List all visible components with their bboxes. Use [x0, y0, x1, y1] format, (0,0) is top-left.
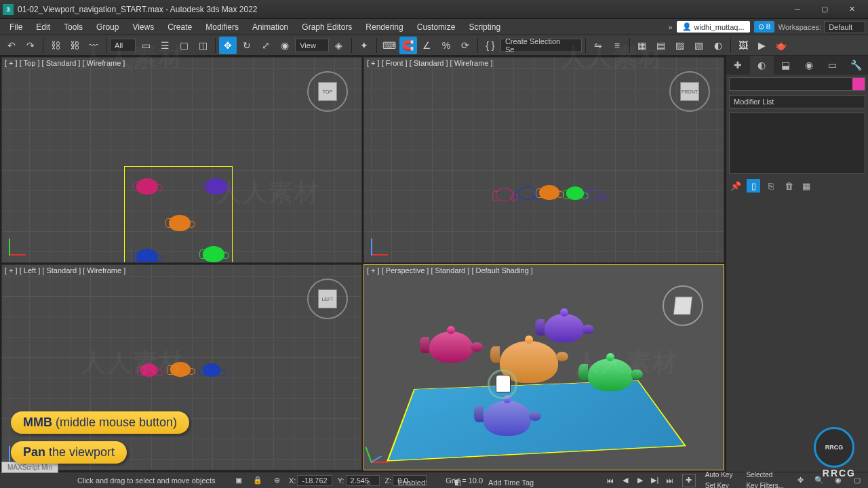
menu-file[interactable]: File — [3, 20, 29, 34]
snap-toggle-button[interactable]: 🧲 — [399, 37, 417, 54]
user-account[interactable]: 👤widhi_muttaq... — [677, 21, 750, 33]
undo-button[interactable]: ↶ — [3, 37, 20, 54]
viewcube-persp[interactable] — [663, 285, 703, 326]
use-pivot-button[interactable]: ◈ — [330, 37, 348, 54]
menu-edit[interactable]: Edit — [29, 20, 57, 34]
close-button[interactable]: ✕ — [838, 0, 865, 19]
layer-explorer-button[interactable]: ▦ — [633, 37, 651, 54]
select-region-rect-button[interactable]: ▢ — [175, 37, 193, 54]
menu-tools[interactable]: Tools — [57, 20, 90, 34]
select-object-button[interactable]: ▭ — [137, 37, 155, 54]
menu-create[interactable]: Create — [161, 20, 199, 34]
viewcube-left[interactable]: LEFT — [307, 279, 348, 319]
link-button[interactable]: ⛓ — [47, 37, 64, 54]
goto-end-button[interactable]: ⏭ — [663, 474, 677, 487]
select-by-name-button[interactable]: ☰ — [156, 37, 174, 54]
remove-modifier-icon[interactable]: 🗑 — [782, 179, 795, 192]
workspace-dropdown[interactable]: Default — [824, 21, 865, 33]
menu-animation[interactable]: Animation — [245, 20, 295, 34]
viewport-front[interactable]: [ + ] [ Front ] [ Standard ] [ Wireframe… — [363, 57, 724, 263]
window-crossing-button[interactable]: ◫ — [194, 37, 212, 54]
teapot-magenta[interactable] — [136, 178, 158, 195]
display-tab[interactable]: ▭ — [821, 56, 844, 75]
teapot-orange[interactable] — [169, 215, 191, 231]
scale-button[interactable]: ⤢ — [257, 37, 275, 54]
script-listener-icon[interactable]: ○ — [366, 479, 371, 487]
isolate-selection-icon[interactable]: ▣ — [232, 474, 245, 487]
teapot-magenta-persp[interactable] — [429, 331, 473, 363]
key-mode-button[interactable]: ✚ — [682, 474, 696, 487]
add-time-tag[interactable]: Add Time Tag — [488, 479, 534, 487]
rotate-button[interactable]: ↻ — [238, 37, 256, 54]
viewcube-front[interactable]: FRONT — [669, 71, 710, 112]
teapot-blue[interactable] — [136, 249, 158, 263]
teapot-blue-persp[interactable] — [484, 401, 531, 436]
next-frame-button[interactable]: ▶| — [648, 474, 662, 487]
placement-button[interactable]: ◉ — [276, 37, 294, 54]
teapot-green-front[interactable] — [566, 186, 584, 200]
create-tab[interactable]: ✚ — [726, 56, 750, 75]
viewcube-top[interactable]: TOP — [307, 71, 348, 112]
teapot-purple-persp[interactable] — [545, 314, 584, 342]
menu-customize[interactable]: Customize — [410, 20, 462, 34]
adaptive-degradation-icon[interactable]: ◧ — [454, 478, 461, 487]
make-unique-icon[interactable]: ⎘ — [764, 179, 778, 192]
prev-frame-button[interactable]: ◀ — [618, 474, 632, 487]
pin-stack-icon[interactable]: 📌 — [729, 179, 743, 192]
play-button[interactable]: ▶ — [633, 474, 647, 487]
menu-views[interactable]: Views — [125, 20, 161, 34]
teapot-orange-left[interactable] — [170, 362, 191, 377]
unlink-button[interactable]: ⛓̸ — [66, 37, 83, 54]
curve-editor-button[interactable]: ▨ — [671, 37, 689, 54]
toggle-ribbon-button[interactable]: ▤ — [652, 37, 670, 54]
mirror-button[interactable]: ⇋ — [589, 37, 607, 54]
edit-selection-set-button[interactable]: { } — [481, 37, 499, 54]
teapot-blue-front[interactable] — [519, 186, 536, 200]
teapot-green[interactable] — [203, 246, 224, 262]
menu-group[interactable]: Group — [90, 20, 125, 34]
menu-modifiers[interactable]: Modifiers — [199, 20, 245, 34]
modifier-list-dropdown[interactable]: Modifier List — [729, 95, 865, 108]
teapot-purple[interactable] — [205, 178, 227, 195]
teapot-purple-front[interactable] — [588, 188, 603, 200]
hierarchy-tab[interactable]: ⬓ — [774, 56, 797, 75]
keyboard-shortcut-button[interactable]: ⌨ — [380, 37, 398, 54]
viewport-top-label[interactable]: [ + ] [ Top ] [ Standard ] [ Wireframe ] — [5, 59, 125, 67]
show-end-result-icon[interactable]: ▯ — [747, 179, 760, 192]
viewport-left-label[interactable]: [ + ] [ Left ] [ Standard ] [ Wireframe … — [5, 266, 125, 274]
teapot-blue-left[interactable] — [203, 363, 220, 377]
minimize-button[interactable]: ─ — [784, 0, 811, 19]
bind-button[interactable]: 〰 — [85, 37, 102, 54]
teapot-magenta-left[interactable] — [140, 363, 158, 377]
motion-tab[interactable]: ◉ — [797, 56, 821, 75]
selected-filter[interactable]: Selected — [742, 470, 788, 480]
viewport-perspective[interactable]: [ + ] [ Perspective ] [ Standard ] [ Def… — [363, 264, 724, 470]
menu-rendering[interactable]: Rendering — [359, 20, 410, 34]
redo-button[interactable]: ↷ — [22, 37, 39, 54]
named-selection-set-dropdown[interactable]: Create Selection Se — [500, 39, 582, 52]
selection-lock-icon[interactable]: 🔒 — [251, 474, 264, 487]
object-name-field[interactable] — [729, 77, 865, 91]
teapot-green-persp[interactable] — [588, 359, 633, 391]
teapot-magenta-front[interactable] — [496, 188, 513, 201]
goto-start-button[interactable]: ⏮ — [604, 474, 617, 487]
percent-snap-button[interactable]: % — [437, 37, 455, 54]
spinner-snap-button[interactable]: ⟳ — [456, 37, 474, 54]
notifications-count[interactable]: ⊙ 8 — [754, 21, 774, 33]
align-button[interactable]: ≡ — [608, 37, 626, 54]
nav-pan-icon[interactable]: ✥ — [793, 474, 807, 487]
modify-tab[interactable]: ◐ — [750, 56, 774, 75]
x-coord[interactable]: -18.762 — [297, 475, 332, 486]
render-button[interactable]: 🫖 — [772, 37, 790, 54]
viewport-front-label[interactable]: [ + ] [ Front ] [ Standard ] [ Wireframe… — [367, 59, 493, 67]
maximize-button[interactable]: ▢ — [811, 0, 838, 19]
select-manipulate-button[interactable]: ✦ — [355, 37, 373, 54]
render-setup-button[interactable]: 🖼 — [734, 37, 752, 54]
schematic-view-button[interactable]: ▧ — [690, 37, 708, 54]
material-editor-button[interactable]: ◐ — [709, 37, 727, 54]
render-frame-button[interactable]: ▶ — [753, 37, 771, 54]
menu-overflow[interactable]: » — [668, 23, 672, 31]
viewport-persp-label[interactable]: [ + ] [ Perspective ] [ Standard ] [ Def… — [367, 266, 533, 274]
move-button[interactable]: ✥ — [219, 37, 237, 54]
configure-sets-icon[interactable]: ▦ — [800, 179, 813, 192]
